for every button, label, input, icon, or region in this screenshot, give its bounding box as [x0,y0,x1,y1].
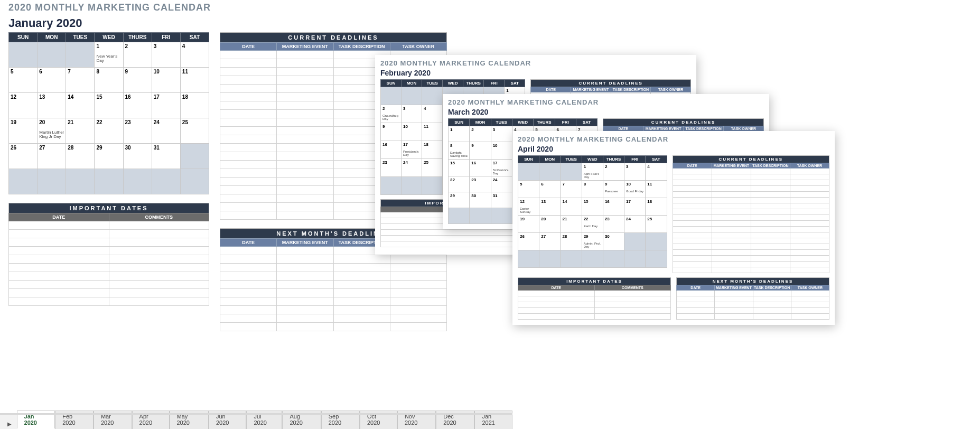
calendar-cell[interactable]: 7 [561,181,582,198]
calendar-cell[interactable] [518,163,539,181]
table-cell[interactable] [390,264,446,272]
table-cell[interactable] [277,211,333,220]
table-cell[interactable] [673,262,712,267]
play-icon[interactable]: ▶ [4,418,15,429]
table-row[interactable] [220,306,447,314]
table-cell[interactable] [277,85,333,93]
table-cell[interactable] [333,323,390,331]
table-cell[interactable] [220,178,277,186]
table-cell[interactable] [220,93,277,101]
table-cell[interactable] [277,281,333,289]
table-cell[interactable] [333,314,390,323]
table-cell[interactable] [277,152,333,161]
table-cell[interactable] [790,174,829,180]
calendar-cell[interactable]: 22 [95,118,123,144]
table-cell[interactable] [220,289,277,297]
calendar-cell[interactable]: 19 [9,118,38,144]
calendar-cell[interactable]: 29Admin. Prof. Day [582,233,603,250]
calendar-cell[interactable]: 17President's Day [402,141,422,159]
table-row[interactable] [9,281,209,289]
calendar-cell[interactable]: 4 [180,42,209,68]
calendar-cell[interactable]: 18 [180,93,209,118]
calendar-cell[interactable]: 20Martin Luther King Jr Day [38,118,66,144]
calendar-cell[interactable]: 30 [603,233,624,250]
table-cell[interactable] [712,209,751,215]
calendar-cell[interactable]: 14 [561,198,582,216]
table-cell[interactable] [790,209,829,215]
table-cell[interactable] [751,192,790,198]
table-cell[interactable] [751,180,790,186]
table-row[interactable] [381,236,525,241]
table-row[interactable] [673,209,829,215]
calendar-cell[interactable]: 26 [518,233,539,250]
table-row[interactable] [677,296,829,302]
table-cell[interactable] [518,291,595,296]
calendar-cell[interactable]: 2 [603,163,624,181]
calendar-cell[interactable]: 25 [422,159,443,177]
table-cell[interactable] [220,247,277,255]
calendar-cell[interactable] [561,250,582,268]
table-cell[interactable] [751,250,790,256]
table-row[interactable] [220,323,447,331]
table-cell[interactable] [753,291,791,296]
table-cell[interactable] [277,203,333,211]
table-cell[interactable] [677,296,715,302]
calendar-cell[interactable]: 2Groundhog Day [381,105,402,123]
calendar-cell[interactable]: 10 [402,123,422,141]
table-cell[interactable] [712,232,751,238]
calendar-cell[interactable] [123,169,152,194]
sheet-tab[interactable]: Feb 2020 [55,411,94,429]
table-cell[interactable] [791,296,829,302]
calendar-cell[interactable]: 23 [381,159,402,177]
table-cell[interactable] [518,308,595,314]
table-cell[interactable] [109,289,209,297]
calendar-cell[interactable]: 6 [38,68,66,93]
calendar-cell[interactable]: 31 [491,192,512,208]
table-cell[interactable] [790,250,829,256]
calendar-cell[interactable] [9,169,38,194]
table-row[interactable] [220,281,447,289]
table-row[interactable] [9,255,209,264]
table-cell[interactable] [712,262,751,267]
calendar-cell[interactable]: 18 [646,198,667,216]
calendar-cell[interactable] [38,42,66,68]
table-cell[interactable] [277,306,333,314]
table-row[interactable] [220,297,447,306]
calendar-cell[interactable]: 8 [95,68,123,93]
table-row[interactable] [220,255,447,264]
table-cell[interactable] [220,264,277,272]
calendar-cell[interactable] [422,177,443,195]
calendar-cell[interactable]: 9 [470,142,491,160]
calendar-cell[interactable]: 11 [646,181,667,198]
table-cell[interactable] [673,221,712,227]
table-cell[interactable] [277,51,333,59]
calendar-cell[interactable]: 31 [152,144,180,169]
table-cell[interactable] [333,255,390,264]
calendar-cell[interactable]: 10Good Friday [624,181,646,198]
table-row[interactable] [673,221,829,227]
calendar-cell[interactable]: 3 [152,42,180,68]
table-cell[interactable] [277,289,333,297]
table-cell[interactable] [381,230,525,236]
table-row[interactable] [673,186,829,192]
calendar-cell[interactable]: 15 [95,93,123,118]
table-cell[interactable] [390,314,446,323]
calendar-cell[interactable]: 22Earth Day [582,216,603,233]
table-cell[interactable] [751,267,790,273]
table-cell[interactable] [790,256,829,262]
table-cell[interactable] [277,314,333,323]
calendar-cell[interactable]: 25 [180,118,209,144]
calendar-cell[interactable]: 23 [470,176,491,192]
table-cell[interactable] [390,272,446,281]
calendar-cell[interactable]: 4 [422,105,443,123]
table-row[interactable] [518,296,671,302]
calendar-cell[interactable]: 3 [624,163,646,181]
current-deadlines-box[interactable]: CURRENT DEADLINES DATE MARKETING EVENT T… [673,155,829,273]
calendar-cell[interactable] [624,233,646,250]
table-cell[interactable] [220,272,277,281]
table-cell[interactable] [277,144,333,152]
calendar-cell[interactable]: 28 [66,144,95,169]
calendar-cell[interactable]: 11 [422,123,443,141]
table-cell[interactable] [751,198,790,203]
sheet-tab[interactable]: Sep 2020 [321,411,360,429]
